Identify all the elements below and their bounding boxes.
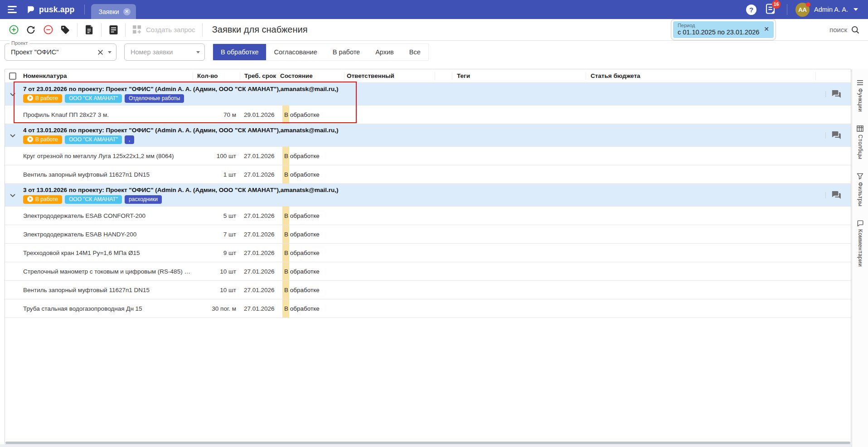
status-label: В обработке	[280, 171, 320, 178]
column-header-budget[interactable]: Статья бюджета	[586, 72, 815, 80]
brand-name: pusk.app	[39, 5, 74, 14]
item-status: В обработке	[280, 207, 344, 225]
table-row[interactable]: Круг отрезной по металлу Луга 125х22х1,2…	[5, 147, 851, 165]
toolbar-divider	[125, 23, 126, 37]
item-qty: 1 шт	[193, 171, 240, 178]
table-row[interactable]: Стрелочный манометр с токовым и цифровым…	[5, 262, 851, 281]
expand-cell	[5, 299, 20, 317]
project-caret-icon[interactable]	[108, 51, 112, 53]
status-badge: В работе	[23, 195, 62, 204]
column-header-qty[interactable]: Кол-во	[193, 72, 240, 80]
rail-item-menu[interactable]: Функции	[857, 80, 863, 112]
column-header-spacer[interactable]	[435, 72, 452, 80]
item-status: В обработке	[280, 106, 344, 124]
table-row[interactable]: Труба стальная водогазопроводная Дн 1530…	[5, 299, 851, 318]
expand-cell	[5, 281, 20, 299]
request-number-select[interactable]: Номер заявки	[124, 43, 205, 61]
column-resize-handle[interactable]	[825, 132, 826, 139]
status-tab-4[interactable]: Архив	[368, 44, 402, 60]
group-badges: В работеООО "СК АМАНАТ"Отделочные работы	[23, 94, 815, 103]
item-date: 27.01.2026	[240, 212, 280, 219]
hamburger-menu-icon[interactable]	[8, 6, 18, 13]
select-all-checkbox[interactable]	[9, 72, 16, 80]
table-row[interactable]: Трехходовой кран 14М1 Ру=1,6 МПа Ø159 шт…	[5, 244, 851, 262]
remove-button[interactable]	[42, 24, 54, 36]
item-name: Труба стальная водогазопроводная Дн 15	[20, 305, 193, 312]
column-header-tags[interactable]: Теги	[452, 72, 586, 80]
tab-zayavki[interactable]: Заявки ✕	[91, 4, 136, 19]
item-qty: 7 шт	[193, 231, 240, 238]
rail-item-comments[interactable]: Комментарии	[857, 220, 863, 267]
notifications-button[interactable]: 16	[766, 3, 776, 16]
status-tab-1[interactable]: В обработке	[213, 44, 266, 60]
item-status: В обработке	[280, 281, 344, 299]
create-request-button[interactable]: Создать запрос	[132, 25, 195, 34]
column-header-resp[interactable]: Ответственный	[344, 72, 435, 80]
expand-chevron-icon[interactable]	[10, 191, 15, 199]
project-clear-icon[interactable]	[97, 49, 104, 56]
period-clear-icon[interactable]: ✕	[764, 26, 769, 32]
expand-cell	[5, 184, 20, 206]
column-header-status[interactable]: Состояние	[280, 72, 344, 80]
tag-button[interactable]	[59, 24, 71, 36]
group-row[interactable]: 7 от 23.01.2026 по проекту: Проект "ОФИС…	[5, 83, 851, 106]
help-button[interactable]: ?	[746, 5, 756, 15]
comments-button[interactable]	[831, 90, 841, 98]
spacer-cell	[435, 281, 452, 299]
request-number-caret-icon[interactable]	[196, 51, 200, 53]
group-row[interactable]: 3 от 13.01.2026 по проекту: Проект "ОФИС…	[5, 184, 851, 207]
column-header-name[interactable]: Номенклатура	[20, 72, 193, 79]
document-button[interactable]	[83, 24, 95, 36]
comment-cell	[815, 262, 851, 280]
expand-chevron-icon[interactable]	[10, 90, 15, 98]
status-tab-3[interactable]: В работе	[325, 44, 368, 60]
bottom-band	[0, 444, 852, 447]
comments-button[interactable]	[831, 131, 841, 139]
expand-chevron-icon[interactable]	[10, 131, 15, 139]
spacer-cell	[435, 299, 452, 317]
group-title: 3 от 13.01.2026 по проекту: Проект "ОФИС…	[23, 187, 815, 193]
column-resize-handle[interactable]	[825, 192, 826, 198]
status-tab-5[interactable]: Все	[402, 44, 428, 60]
expand-cell	[5, 207, 20, 225]
table-row[interactable]: Вентиль запорный муфтовый 11627п1 DN151 …	[5, 165, 851, 184]
badge-label: Отделочные работы	[129, 95, 180, 101]
tag-badge: ООО "СК АМАНАТ"	[65, 135, 122, 144]
table-row[interactable]: Электрододержатель ESAB CONFORT-2005 шт2…	[5, 207, 851, 225]
horizontal-scrollbar[interactable]	[5, 442, 850, 444]
comment-cell	[815, 207, 851, 225]
add-button[interactable]	[8, 24, 19, 36]
column-header-date[interactable]: Треб. срок	[240, 72, 280, 80]
item-date: 27.01.2026	[240, 287, 280, 293]
period-label: Период	[678, 23, 769, 28]
column-resize-handle[interactable]	[825, 91, 826, 97]
grid-plus-icon	[132, 25, 142, 34]
status-label: В обработке	[280, 231, 320, 238]
user-menu-caret-icon[interactable]	[853, 8, 858, 11]
table-row[interactable]: Профиль Knauf ПП 28х27 3 м.70 м29.01.202…	[5, 106, 851, 124]
table-row[interactable]: Вентиль запорный муфтовый 11627п1 DN1510…	[5, 281, 851, 299]
tag-badge: ООО "СК АМАНАТ"	[65, 94, 122, 103]
table-row[interactable]: Электрододержатель ESAB HANDY-2007 шт27.…	[5, 225, 851, 244]
columns-icon	[857, 125, 863, 132]
group-title: 7 от 23.01.2026 по проекту: Проект "ОФИС…	[23, 86, 815, 92]
avatar[interactable]: AA	[795, 3, 810, 17]
tab-close-icon[interactable]: ✕	[123, 8, 131, 15]
search-button[interactable]: поиск	[829, 25, 860, 34]
badge-label: ООО "СК АМАНАТ"	[69, 95, 118, 101]
group-row[interactable]: 4 от 13.01.2026 по проекту: Проект "ОФИС…	[5, 124, 851, 147]
item-status: В обработке	[280, 299, 344, 317]
rail-item-columns[interactable]: Столбцы	[857, 125, 863, 159]
period-filter[interactable]: Период с 01.10.2025 по 23.01.2026 ✕	[671, 19, 776, 40]
badge-label: расходники	[129, 196, 158, 202]
toolbar-divider	[202, 23, 203, 37]
rail-item-filter[interactable]: Фильтры	[857, 173, 863, 207]
tag-badge: ,	[125, 135, 134, 144]
project-select[interactable]: Проект Проект "ОФИС"	[5, 43, 116, 61]
item-date: 27.01.2026	[240, 231, 280, 238]
refresh-button[interactable]	[25, 24, 37, 36]
comments-button[interactable]	[831, 191, 841, 199]
status-tab-2[interactable]: Согласование	[266, 44, 325, 60]
status-tab-group: В обработкеСогласованиеВ работеАрхивВсе	[213, 43, 429, 61]
report-button[interactable]	[107, 24, 119, 36]
